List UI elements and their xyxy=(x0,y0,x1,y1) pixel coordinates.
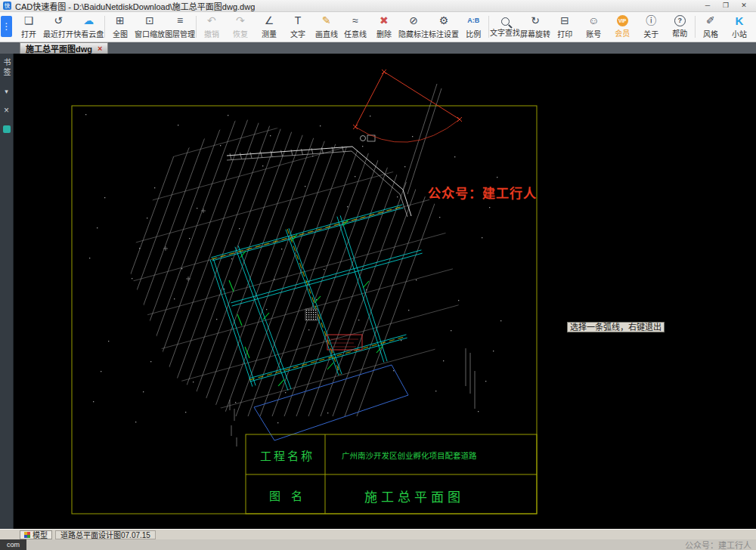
window-controls: ─ ❐ ✕ xyxy=(699,0,753,11)
cad-drawing[interactable]: 工程名称 广州南沙开发区创业孵化项目配套道路 图名 施工总平面图 公众号：建工行… xyxy=(14,54,756,529)
text-icon: T xyxy=(295,14,302,27)
layout-grid-icon xyxy=(24,532,30,538)
toolbar-separator xyxy=(104,16,105,38)
project-name-label: 工程名称 xyxy=(260,450,314,462)
tab-close-icon[interactable]: × xyxy=(98,45,102,53)
print-icon: ⊟ xyxy=(560,14,569,27)
toolbar-button[interactable]: ↷ 恢复 xyxy=(226,12,255,42)
toolbar-button[interactable]: ❏ 打开 xyxy=(14,12,43,42)
toolbar-button[interactable]: ✖ 删除 xyxy=(370,12,398,42)
titlebar: 快 CAD快速看图 - D:\BaiduNetdiskDownload\施工总平… xyxy=(0,0,756,12)
fit-view-icon: ⊞ xyxy=(116,14,125,27)
minimize-button[interactable]: ─ xyxy=(699,0,717,11)
speckle-dots xyxy=(85,114,501,423)
tab-label: 施工总平面图dwg xyxy=(26,42,92,54)
toolbar-button[interactable]: K 小站 xyxy=(725,12,754,42)
toolbar-button[interactable]: T 文字 xyxy=(284,12,312,42)
wechat-annotation-text: 公众号：建工行人 xyxy=(428,186,537,201)
annotation-settings-icon: ⚙ xyxy=(439,14,449,27)
window-title: CAD快速看图 - D:\BaiduNetdiskDownload\施工总平面图… xyxy=(15,0,255,12)
drawing-canvas[interactable]: 工程名称 广州南沙开发区创业孵化项目配套道路 图名 施工总平面图 公众号：建工行… xyxy=(14,54,756,529)
toolbar-separator xyxy=(196,16,197,38)
style-icon: ✐ xyxy=(706,14,715,27)
tab-document[interactable]: 施工总平面图dwg × xyxy=(20,42,108,54)
plugin-icon[interactable] xyxy=(3,125,11,133)
model-tab-label: 模型 xyxy=(33,529,48,540)
toolbar-separator xyxy=(695,16,696,38)
statusbar: 模型 道路总平面设计图07.07.15 xyxy=(0,529,756,539)
panel-toggle-button[interactable]: ⋮ xyxy=(1,16,12,37)
scale-ratio-icon: A:B xyxy=(467,14,479,27)
ksite-icon: K xyxy=(736,14,744,27)
toolbar-button[interactable]: ⊘ 隐藏标注 xyxy=(398,12,429,42)
layout-tab[interactable]: 道路总平面设计图07.07.15 xyxy=(55,530,156,539)
toolbar-button[interactable]: ☺ 账号 xyxy=(579,12,608,42)
hatch-block xyxy=(305,309,318,320)
chevron-down-icon[interactable]: ▾ xyxy=(5,88,8,95)
panel-close-icon[interactable]: × xyxy=(4,106,9,115)
help-icon: ? xyxy=(674,15,686,26)
zoom-window-icon: ⊡ xyxy=(145,14,154,27)
free-line-icon: ≈ xyxy=(352,14,358,27)
about-icon: ⓘ xyxy=(646,14,656,27)
drawing-name-value: 施工总平面图 xyxy=(364,490,464,505)
model-space-tab[interactable]: 模型 xyxy=(20,530,52,539)
delete-icon: ✖ xyxy=(380,14,389,27)
account-icon: ☺ xyxy=(588,14,599,27)
toolbar-button[interactable]: ⊡ 窗口缩放 xyxy=(135,12,165,42)
cloud-drive-icon: ☁ xyxy=(83,14,94,27)
document-tabbar: 施工总平面图dwg × xyxy=(0,42,756,54)
cad-viewer-window: 快 CAD快速看图 - D:\BaiduNetdiskDownload\施工总平… xyxy=(0,0,756,550)
sidebar-strip: 书签 ▾ × xyxy=(0,54,14,529)
toolbar-button[interactable]: 文字查找 xyxy=(490,12,520,42)
redo-icon: ↷ xyxy=(236,14,245,27)
rotate-screen-icon: ↻ xyxy=(531,14,540,27)
toolbar-button[interactable]: ↺ 最近打开 xyxy=(43,12,73,42)
measure-icon: ∠ xyxy=(265,14,274,27)
toolbar-button[interactable]: VIP 会员 xyxy=(608,12,637,42)
vip-icon: VIP xyxy=(617,15,628,26)
command-tooltip: 选择一条弧线，右键退出 xyxy=(567,322,665,332)
undo-icon: ↶ xyxy=(207,14,216,27)
toolbar-button[interactable]: ≡ 图层管理 xyxy=(165,12,195,42)
corner-text: com xyxy=(0,539,26,550)
misc-survey-marks xyxy=(163,209,475,446)
toolbar-button[interactable]: ⓘ 关于 xyxy=(637,12,665,42)
toolbar: ⋮ ❏ 打开 ↺ 最近打开 ☁ 快看云盘 ⊞ 全图 ⊡ 窗 xyxy=(0,12,756,42)
toolbar-button[interactable]: ↻ 屏幕旋转 xyxy=(520,12,550,42)
close-button[interactable]: ✕ xyxy=(735,0,753,11)
toolbar-button[interactable]: ∠ 测量 xyxy=(255,12,284,42)
toolbar-button[interactable]: ? 帮助 xyxy=(665,12,694,42)
drawing-name-label: 图名 xyxy=(269,490,313,502)
bottom-strip: com 公众号：建工行人 xyxy=(0,539,756,550)
draw-line-icon: ✎ xyxy=(322,14,331,27)
project-name-value: 广州南沙开发区创业孵化项目配套道路 xyxy=(342,451,477,460)
maximize-button[interactable]: ❐ xyxy=(717,0,735,11)
toolbar-button[interactable]: ☁ 快看云盘 xyxy=(73,12,104,42)
open-file-icon: ❏ xyxy=(24,14,34,27)
red-detail-box xyxy=(327,335,362,350)
toolbar-button[interactable]: ⊟ 打印 xyxy=(550,12,579,42)
hide-annotations-icon: ⊘ xyxy=(409,14,418,27)
toolbar-button[interactable]: ⚙ 标注设置 xyxy=(429,12,459,42)
toolbar-button[interactable]: ⊞ 全图 xyxy=(106,12,135,42)
toolbar-button[interactable]: A:B 比例 xyxy=(459,12,488,42)
toolbar-button[interactable]: ↶ 撤销 xyxy=(197,12,226,42)
toolbar-button[interactable]: ✎ 画直线 xyxy=(312,12,341,42)
toolbar-separator xyxy=(488,16,489,38)
toolbar-button[interactable]: ≈ 任意线 xyxy=(341,12,370,42)
bookmark-panel-label[interactable]: 书签 xyxy=(1,58,12,78)
layers-icon: ≡ xyxy=(177,14,183,27)
boundary-lines xyxy=(108,69,494,439)
app-icon: 快 xyxy=(3,2,11,10)
find-text-icon xyxy=(501,17,510,26)
parcel-lines xyxy=(14,107,470,416)
watermark-text: 公众号：建工行人 xyxy=(685,539,751,550)
toolbar-button[interactable]: ✐ 风格 xyxy=(696,12,725,42)
recent-files-icon: ↺ xyxy=(54,14,63,27)
